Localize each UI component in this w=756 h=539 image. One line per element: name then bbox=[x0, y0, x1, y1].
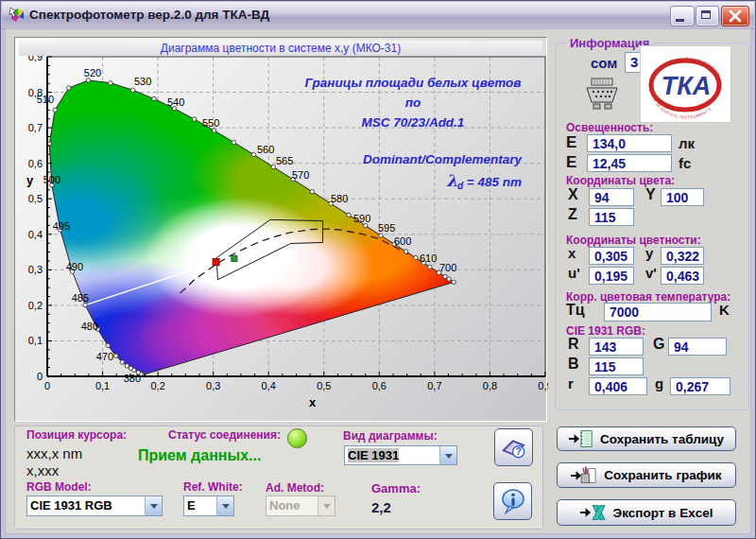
u-prime-field[interactable]: 0,195 bbox=[589, 267, 634, 285]
window-title: Спектрофотометр вер.2.0 для ТКА-ВД bbox=[29, 8, 269, 22]
cct-label: Тц bbox=[566, 302, 585, 319]
save-graph-label: Сохранить график bbox=[604, 468, 721, 482]
save-table-button[interactable]: Сохранить таблицу bbox=[557, 426, 736, 451]
save-graph-icon bbox=[571, 465, 597, 486]
maximize-button[interactable] bbox=[696, 6, 719, 26]
r-field[interactable]: 0,406 bbox=[589, 377, 647, 395]
export-excel-label: Экспорт в Excel bbox=[613, 506, 713, 520]
svg-text:565: 565 bbox=[276, 155, 293, 166]
svg-text:0,8: 0,8 bbox=[483, 380, 497, 391]
Z-field[interactable]: 115 bbox=[589, 208, 634, 226]
svg-text:0: 0 bbox=[44, 380, 50, 391]
cct-section-label: Корр. цветовая температура: bbox=[566, 290, 730, 304]
ad-metod-select: None bbox=[266, 496, 335, 516]
cursor-position-label: Позиция курсора: bbox=[26, 428, 127, 442]
g-field[interactable]: 0,267 bbox=[670, 377, 730, 395]
export-excel-button[interactable]: Экспорт в Excel bbox=[557, 499, 736, 526]
save-graph-button[interactable]: Сохранить график bbox=[557, 462, 736, 488]
diagram-view-select[interactable]: CIE 1931 bbox=[344, 445, 457, 465]
svg-text:485: 485 bbox=[72, 292, 89, 304]
save-table-label: Сохранить таблицу bbox=[600, 432, 724, 446]
minimize-button[interactable] bbox=[670, 6, 695, 26]
R-field[interactable]: 143 bbox=[589, 338, 644, 356]
svg-text:500: 500 bbox=[43, 174, 60, 185]
svg-text:380: 380 bbox=[124, 373, 141, 384]
rgb-model-label: RGB Model: bbox=[26, 480, 92, 494]
R-label: R bbox=[568, 336, 579, 353]
svg-text:595: 595 bbox=[378, 222, 395, 234]
g-label: g bbox=[655, 375, 663, 391]
e-fc-field[interactable]: 12,45 bbox=[587, 154, 672, 172]
chevron-down-icon[interactable] bbox=[439, 446, 456, 464]
gamma-label: Gamma: bbox=[371, 481, 421, 496]
color-coords-section-label: Координаты цвета: bbox=[566, 174, 675, 187]
svg-text:0,6: 0,6 bbox=[28, 158, 43, 169]
fc-unit-label: fc bbox=[679, 155, 691, 171]
info-button[interactable] bbox=[493, 482, 532, 520]
svg-text:0,3: 0,3 bbox=[206, 380, 220, 391]
rgb-model-select[interactable]: CIE 1931 RGB bbox=[26, 496, 163, 516]
e-lux-field[interactable]: 134,0 bbox=[587, 134, 672, 152]
chevron-down-icon bbox=[318, 496, 335, 515]
svg-text:0,5: 0,5 bbox=[28, 193, 43, 204]
v-prime-label: v' bbox=[645, 265, 657, 281]
ref-white-label: Ref. White: bbox=[183, 480, 243, 494]
Z-label: Z bbox=[568, 206, 577, 223]
ref-white-select[interactable]: E bbox=[183, 496, 234, 516]
svg-text:?: ? bbox=[515, 445, 521, 457]
kelvin-unit-label: K bbox=[719, 302, 730, 318]
svg-text:540: 540 bbox=[167, 96, 184, 108]
svg-text:570: 570 bbox=[292, 169, 309, 181]
e-fc-label: Е bbox=[566, 153, 576, 172]
svg-text:590: 590 bbox=[353, 213, 370, 224]
illuminance-section-label: Освещенность: bbox=[566, 121, 653, 134]
help-button[interactable]: ? bbox=[494, 428, 533, 466]
G-field[interactable]: 94 bbox=[668, 338, 727, 356]
G-label: G bbox=[653, 336, 664, 353]
lux-unit-label: лк bbox=[679, 135, 695, 151]
svg-text:550: 550 bbox=[202, 117, 219, 129]
svg-text:0,1: 0,1 bbox=[28, 335, 43, 346]
x-label: x bbox=[568, 245, 576, 261]
svg-text:0,7: 0,7 bbox=[427, 380, 441, 391]
svg-text:700: 700 bbox=[439, 262, 456, 273]
excel-icon bbox=[580, 503, 607, 522]
close-button[interactable] bbox=[721, 6, 749, 26]
chevron-down-icon[interactable] bbox=[145, 496, 162, 515]
close-icon bbox=[722, 7, 748, 26]
tka-logo: ТКА НАУЧНО-ТЕХНИЧЕСКИЕ ПРИБОРЫ THE SCIEN… bbox=[640, 45, 731, 123]
chromaticity-diagram[interactable]: 3804704804854904955005105205305405505605… bbox=[15, 38, 548, 423]
svg-text:470: 470 bbox=[96, 351, 113, 362]
v-prime-field[interactable]: 0,463 bbox=[661, 267, 704, 285]
chart-title: Диаграмма цветности в системе x,y (МКО-3… bbox=[19, 41, 542, 56]
B-field[interactable]: 115 bbox=[589, 357, 644, 375]
connection-status-label: Статус соединения: bbox=[168, 428, 281, 442]
com-port-label: сом bbox=[591, 55, 617, 71]
minimize-icon bbox=[676, 19, 684, 22]
svg-text:530: 530 bbox=[134, 76, 151, 87]
info-balloon-icon bbox=[500, 488, 526, 514]
app-icon bbox=[9, 7, 26, 24]
svg-text:x: x bbox=[309, 395, 317, 409]
svg-text:0,1: 0,1 bbox=[95, 380, 110, 391]
svg-text:520: 520 bbox=[84, 67, 101, 78]
chart-panel: 3804704804854904955005105205305405505605… bbox=[14, 37, 547, 422]
Y-field[interactable]: 100 bbox=[661, 188, 704, 206]
Y-label: Y bbox=[645, 186, 656, 203]
X-field[interactable]: 94 bbox=[589, 188, 634, 206]
r-label: r bbox=[568, 375, 574, 391]
chevron-down-icon[interactable] bbox=[216, 496, 233, 515]
svg-text:490: 490 bbox=[66, 261, 83, 272]
cursor-x-value: x,xxx bbox=[26, 462, 59, 478]
cct-field[interactable]: 7000 bbox=[604, 303, 712, 322]
svg-text:0,2: 0,2 bbox=[150, 380, 164, 391]
svg-text:0,4: 0,4 bbox=[28, 229, 43, 240]
svg-text:0,9: 0,9 bbox=[538, 380, 548, 391]
title-bar[interactable]: Спектрофотометр вер.2.0 для ТКА-ВД bbox=[2, 2, 754, 29]
y-field[interactable]: 0,322 bbox=[661, 247, 704, 265]
svg-text:610: 610 bbox=[420, 252, 437, 264]
x-field[interactable]: 0,305 bbox=[589, 247, 634, 265]
cursor-wavelength-value: xxx,x nm bbox=[26, 445, 82, 461]
svg-text:480: 480 bbox=[81, 321, 98, 332]
svg-text:0,4: 0,4 bbox=[262, 380, 276, 391]
